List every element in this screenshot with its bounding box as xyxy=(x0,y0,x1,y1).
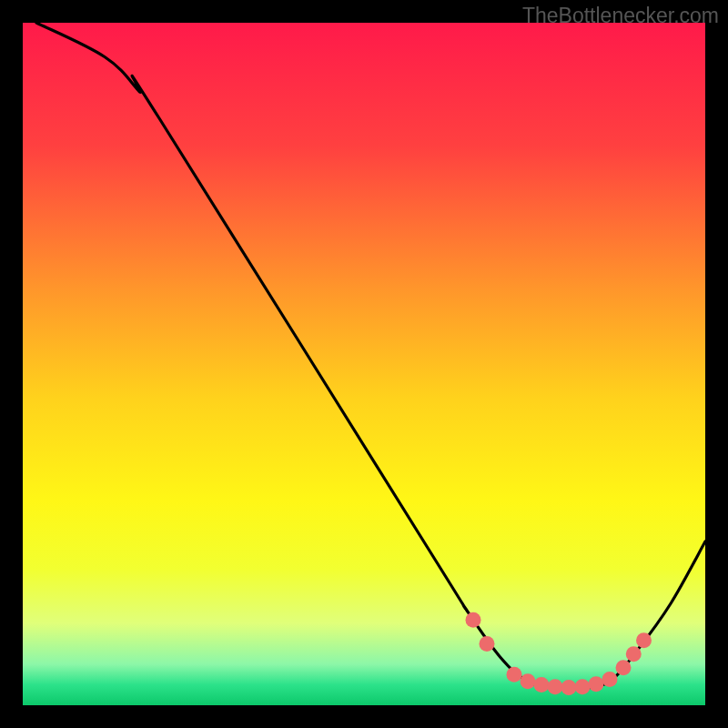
data-marker xyxy=(521,673,536,689)
data-marker xyxy=(534,677,550,693)
data-marker xyxy=(561,680,577,695)
data-marker xyxy=(616,660,632,675)
data-marker xyxy=(626,646,642,662)
data-marker xyxy=(602,672,618,687)
data-marker xyxy=(589,676,604,692)
data-marker xyxy=(466,612,481,628)
data-marker xyxy=(480,636,495,652)
chart-frame: TheBottlenecker.com xyxy=(0,0,728,728)
data-marker xyxy=(548,679,563,694)
plot-area xyxy=(23,23,705,705)
data-marker xyxy=(636,632,652,648)
watermark-text: TheBottlenecker.com xyxy=(522,4,719,28)
data-marker xyxy=(575,679,591,694)
chart-svg xyxy=(23,23,705,705)
gradient-background xyxy=(23,23,705,705)
data-marker xyxy=(507,667,522,682)
